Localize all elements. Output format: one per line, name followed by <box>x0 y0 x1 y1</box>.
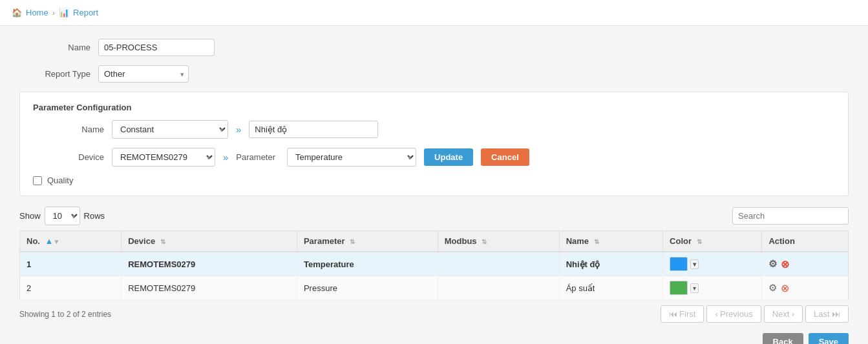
pagination: ⏮ First ‹ Previous Next › Last ⏭ <box>661 305 849 323</box>
breadcrumb: 🏠 Home › 📊 Report <box>0 0 868 26</box>
cell-parameter: Temperature <box>297 252 438 276</box>
col-color: Color ⇅ <box>663 231 762 252</box>
parameter-select-wrap: Temperature Pressure Humidity <box>287 148 416 167</box>
last-chevron-icon: ⏭ <box>832 309 840 319</box>
rows-per-page-select[interactable]: 10 25 50 100 <box>45 207 80 225</box>
cell-color: ▾ <box>663 276 762 300</box>
param-name-select-wrap: Constant Variable <box>112 120 228 139</box>
table-header-row: No. ▲▼ Device ⇅ Parameter ⇅ Modbus ⇅ Nam… <box>20 231 849 252</box>
sort-no-icon[interactable]: ▲▼ <box>45 238 60 245</box>
cell-modbus <box>438 276 559 300</box>
back-button[interactable]: Back <box>763 333 803 344</box>
report-link[interactable]: Report <box>73 8 98 17</box>
home-link[interactable]: Home <box>26 8 48 17</box>
first-chevron-icon: ⏮ <box>669 309 677 319</box>
color-expand-icon[interactable]: ▾ <box>690 259 699 269</box>
col-action: Action <box>762 231 849 252</box>
param-config-section: Parameter Configuration Name Constant Va… <box>19 92 849 196</box>
delete-icon[interactable]: ⊗ <box>781 282 789 294</box>
col-modbus: Modbus ⇅ <box>438 231 559 252</box>
cell-no: 1 <box>20 252 122 276</box>
device-label: Device <box>33 152 104 162</box>
search-input[interactable] <box>732 207 849 225</box>
save-button[interactable]: Save <box>809 333 849 344</box>
chart-icon: 📊 <box>59 8 69 17</box>
bottom-buttons: Back Save <box>19 333 849 344</box>
cell-color: ▾ <box>663 252 762 276</box>
cancel-button[interactable]: Cancel <box>481 148 529 166</box>
cell-device: REMOTEMS0279 <box>122 252 297 276</box>
param-name-select[interactable]: Constant Variable <box>112 120 228 139</box>
col-no: No. ▲▼ <box>20 231 122 252</box>
param-config-title: Parameter Configuration <box>33 103 835 112</box>
arrow-icon-1: » <box>236 124 241 135</box>
device-select[interactable]: REMOTEMS0279 <box>112 148 215 167</box>
delete-icon[interactable]: ⊗ <box>781 258 789 270</box>
show-label: Show <box>19 211 41 221</box>
device-select-wrap: REMOTEMS0279 <box>112 148 215 167</box>
cell-name: Nhiệt độ <box>559 252 662 276</box>
color-swatch[interactable] <box>670 281 688 295</box>
cell-modbus <box>438 252 559 276</box>
report-type-select-wrap: Other Process Energy <box>98 65 189 83</box>
rows-label: Rows <box>84 211 105 221</box>
show-rows-control: Show 10 25 50 100 Rows <box>19 207 105 225</box>
parameter-label: Parameter <box>236 152 275 162</box>
arrow-icon-2: » <box>223 152 228 163</box>
name-label: Name <box>19 43 90 52</box>
table-row[interactable]: 2 REMOTEMS0279 Pressure Áp suất ▾ ⚙ ⊗ <box>20 276 849 300</box>
cell-parameter: Pressure <box>297 276 438 300</box>
cell-action: ⚙ ⊗ <box>762 252 849 276</box>
sort-modbus-icon[interactable]: ⇅ <box>482 238 487 245</box>
sort-color-icon[interactable]: ⇅ <box>697 238 702 245</box>
color-swatch[interactable] <box>670 257 688 271</box>
cell-no: 2 <box>20 276 122 300</box>
gear-icon[interactable]: ⚙ <box>768 282 777 294</box>
update-button[interactable]: Update <box>424 148 473 166</box>
previous-button[interactable]: ‹ Previous <box>706 305 761 323</box>
prev-chevron-icon: ‹ <box>715 309 717 319</box>
gear-icon[interactable]: ⚙ <box>768 258 777 270</box>
first-button[interactable]: ⏮ First <box>661 305 704 323</box>
param-name-text-input[interactable] <box>249 121 378 138</box>
sort-name-icon[interactable]: ⇅ <box>594 238 599 245</box>
quality-checkbox[interactable] <box>33 176 42 185</box>
color-expand-icon[interactable]: ▾ <box>690 283 699 293</box>
table-controls: Show 10 25 50 100 Rows <box>19 207 849 225</box>
parameter-select[interactable]: Temperature Pressure Humidity <box>287 148 416 167</box>
next-button[interactable]: Next › <box>764 305 803 323</box>
cell-action: ⚙ ⊗ <box>762 276 849 300</box>
col-device: Device ⇅ <box>122 231 297 252</box>
report-type-select[interactable]: Other Process Energy <box>98 65 189 83</box>
col-parameter: Parameter ⇅ <box>297 231 438 252</box>
table-footer: Showing 1 to 2 of 2 entries ⏮ First ‹ Pr… <box>19 305 849 323</box>
report-type-label: Report Type <box>19 69 90 79</box>
table-row[interactable]: 1 REMOTEMS0279 Temperature Nhiệt độ ▾ ⚙ … <box>20 252 849 276</box>
last-button[interactable]: Last ⏭ <box>805 305 849 323</box>
sort-parameter-icon[interactable]: ⇅ <box>350 238 355 245</box>
showing-text: Showing 1 to 2 of 2 entries <box>19 310 111 319</box>
param-name-label: Name <box>33 125 104 134</box>
cell-device: REMOTEMS0279 <box>122 276 297 300</box>
col-name: Name ⇅ <box>559 231 662 252</box>
name-input[interactable] <box>98 39 215 56</box>
next-chevron-icon: › <box>792 309 794 319</box>
sort-device-icon[interactable]: ⇅ <box>160 238 165 245</box>
home-icon: 🏠 <box>12 8 22 17</box>
breadcrumb-separator: › <box>52 8 55 17</box>
cell-name: Áp suất <box>559 276 662 300</box>
quality-label: Quality <box>47 176 73 185</box>
data-table: No. ▲▼ Device ⇅ Parameter ⇅ Modbus ⇅ Nam… <box>19 230 849 300</box>
